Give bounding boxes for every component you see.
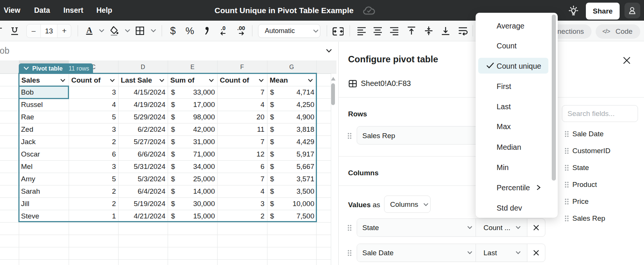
svg-text:A: A xyxy=(86,26,92,35)
svg-text:.00: .00 xyxy=(237,25,245,31)
svg-text:.0: .0 xyxy=(221,25,226,31)
